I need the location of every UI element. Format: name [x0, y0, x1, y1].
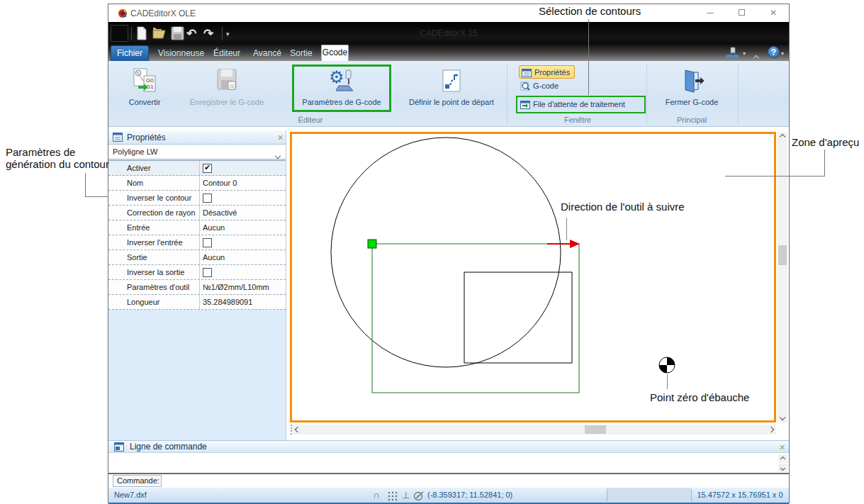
fermer-gcode-button[interactable]: Fermer G-code	[661, 65, 722, 106]
property-row[interactable]: Inverser le contour	[108, 191, 286, 206]
proprietes-label: Propriétés	[534, 68, 570, 77]
tab-avance[interactable]: Avancé	[253, 46, 279, 61]
annotation-selection-contours: Sélection de contours	[539, 5, 641, 17]
property-value[interactable]: Désactivé	[199, 206, 286, 220]
status-bar: New7.dxf ∩ ⊥ (-8.359317; 11.52841; 0) 15…	[108, 488, 789, 504]
annotation-line-selection	[588, 19, 589, 95]
scrollbar-grip[interactable]	[287, 425, 292, 435]
property-value[interactable]: Contour 0	[199, 176, 286, 190]
annotation-parametres-line1: Paramètres de	[6, 146, 109, 158]
angle-snap-icon[interactable]	[413, 491, 425, 501]
zero-point-symbol	[659, 357, 675, 373]
property-value[interactable]	[199, 265, 286, 279]
proprietes-toggle[interactable]: Propriétés	[519, 65, 575, 79]
definir-point-depart-button[interactable]: Définir le point de départ	[403, 65, 500, 106]
property-value[interactable]: 35.284989091	[199, 295, 286, 309]
convert-icon: G0G1	[133, 67, 157, 94]
property-row[interactable]: Paramètres d'outil№1/Ø2mm/L10mm	[108, 280, 286, 295]
command-row: Commande:	[108, 474, 789, 488]
gcode-window-item[interactable]: G-code	[520, 79, 559, 93]
snap-magnet-icon[interactable]: ∩	[373, 489, 380, 500]
ortho-icon[interactable]: ⊥	[402, 490, 410, 500]
property-value[interactable]	[199, 235, 286, 250]
open-file-icon[interactable]	[152, 26, 167, 40]
property-row[interactable]: EntréeAucun	[108, 220, 286, 235]
property-label: Longueur	[127, 298, 199, 306]
close-button[interactable]: ✕	[763, 6, 783, 20]
machine-tool-icon[interactable]	[724, 46, 741, 60]
checkbox[interactable]	[203, 268, 212, 277]
tab-visionneuse[interactable]: Visionneuse	[158, 46, 200, 61]
property-value[interactable]	[199, 161, 286, 175]
command-panel-icon	[114, 442, 124, 452]
start-point-marker	[368, 240, 376, 248]
maximize-button[interactable]	[731, 6, 751, 20]
status-separator	[607, 489, 607, 501]
property-row[interactable]: Activer	[108, 161, 286, 176]
annotation-line-parametres-v	[85, 173, 86, 197]
property-value[interactable]: №1/Ø2mm/L10mm	[199, 280, 286, 294]
app-menu-button[interactable]	[111, 25, 128, 42]
property-row[interactable]: Inverser la sortie	[108, 265, 286, 280]
save-icon[interactable]	[171, 26, 184, 40]
command-panel-close-icon[interactable]: ✕	[779, 442, 785, 454]
save-gcode-icon: G	[215, 67, 238, 94]
row-gutter	[108, 295, 127, 309]
group-label-fenetre: Fenêtre	[517, 116, 638, 124]
properties-panel-header[interactable]: Propriétés ✕	[108, 130, 286, 145]
toolbar-overflow-icon[interactable]: ▾	[226, 30, 230, 38]
group-label-editeur: Éditeur	[250, 116, 371, 124]
history-scroll-up-icon[interactable]	[778, 454, 787, 463]
minimize-button[interactable]	[700, 6, 720, 20]
redo-icon[interactable]: ↷	[203, 26, 213, 40]
horizontal-scroll-thumb[interactable]	[585, 425, 606, 434]
property-label: Sortie	[127, 253, 199, 262]
tab-sortie[interactable]: Sortie	[290, 46, 313, 61]
property-value[interactable]: Aucun	[199, 250, 286, 264]
machine-dropdown-icon[interactable]: ▾	[743, 50, 746, 57]
toolbar-separator	[222, 27, 223, 40]
highlight-box-file-attente	[516, 96, 646, 113]
property-row[interactable]: Correction de rayonDésactivé	[108, 206, 286, 220]
definir-point-depart-label: Définir le point de départ	[403, 98, 500, 106]
scroll-right-icon[interactable]	[766, 425, 776, 435]
annotation-parametres-generation: Paramètres de génération du contour	[6, 146, 109, 170]
entity-selector[interactable]: Polyligne LW	[108, 145, 286, 159]
help-button[interactable]: ?	[768, 46, 780, 58]
grid-icon[interactable]	[388, 491, 398, 501]
tab-editeur[interactable]: Éditeur	[213, 46, 240, 61]
checkbox[interactable]	[203, 238, 212, 247]
horizontal-scrollbar[interactable]	[293, 425, 776, 435]
scroll-left-icon[interactable]	[293, 425, 303, 435]
help-dropdown-icon[interactable]: ▾	[781, 50, 784, 57]
scroll-up-icon[interactable]	[778, 132, 787, 142]
property-label: Paramètres d'outil	[127, 283, 199, 291]
contour-circle	[331, 138, 561, 367]
property-row[interactable]: SortieAucun	[108, 250, 286, 265]
tab-fichier[interactable]: Fichier	[111, 45, 149, 61]
enregistrer-gcode-button[interactable]: G Enregistrer le G-code	[188, 65, 266, 106]
app-window: CADEditorX OLE ✕ CADEditorX 15 ↶ ↷ ▾ Fic…	[108, 4, 790, 503]
command-panel-header[interactable]: Ligne de commande ✕	[108, 440, 789, 453]
tab-gcode[interactable]: Gcode	[321, 45, 349, 61]
property-row[interactable]: Inverser l'entrée	[108, 235, 286, 250]
vertical-scroll-thumb[interactable]	[778, 245, 787, 265]
undo-icon[interactable]: ↶	[186, 26, 196, 40]
enregistrer-gcode-label: Enregistrer le G-code	[188, 98, 266, 106]
new-file-icon[interactable]	[135, 26, 148, 40]
convertir-button[interactable]: G0G1 Convertir	[118, 65, 171, 106]
history-scroll-down-icon[interactable]	[778, 464, 787, 472]
preview-area[interactable]: Direction de l'outil à suivre Point zéro…	[290, 132, 776, 422]
checkbox[interactable]	[203, 194, 212, 203]
close-gcode-door-icon	[680, 67, 704, 94]
property-value[interactable]: Aucun	[199, 220, 286, 235]
status-progress-segment	[607, 488, 691, 503]
panel-close-icon[interactable]: ✕	[277, 130, 284, 145]
property-row[interactable]: NomContour 0	[108, 176, 286, 191]
property-value[interactable]	[199, 191, 286, 205]
checkbox[interactable]	[203, 164, 212, 173]
command-input[interactable]	[162, 474, 789, 488]
scroll-down-icon[interactable]	[778, 413, 787, 422]
command-history[interactable]	[108, 453, 789, 473]
property-row[interactable]: Longueur35.284989091	[108, 295, 286, 310]
